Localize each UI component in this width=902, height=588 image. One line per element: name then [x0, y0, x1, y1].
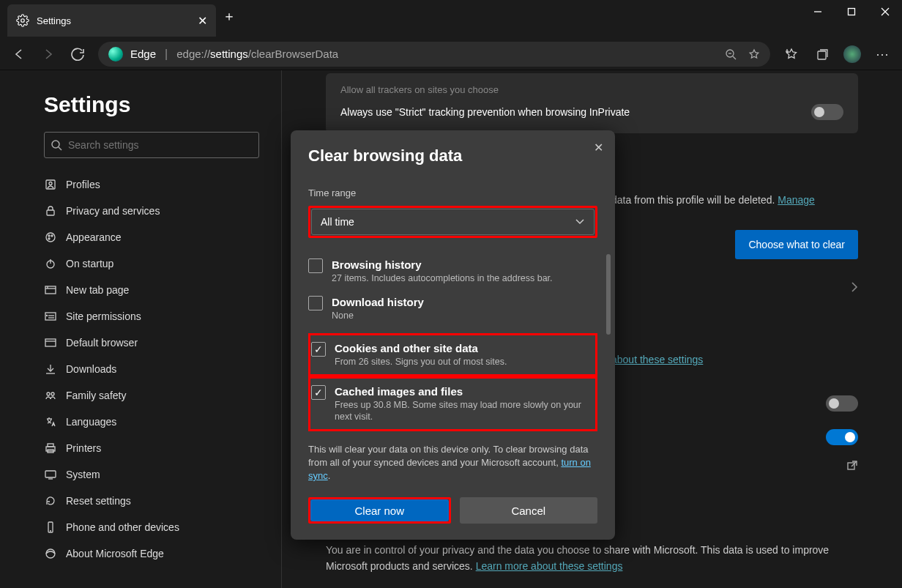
sidebar-item-label: On startup: [66, 258, 113, 269]
svg-rect-10: [818, 51, 826, 59]
clear-option: Cached images and filesFrees up 30.8 MB.…: [311, 379, 592, 428]
search-field[interactable]: [68, 139, 253, 151]
sidebar-item-new-tab-page[interactable]: New tab page: [44, 277, 259, 303]
choose-what-to-clear-button[interactable]: Choose what to clear: [735, 230, 858, 259]
favorites-button[interactable]: [776, 48, 807, 61]
sidebar-item-privacy-and-services[interactable]: Privacy and services: [44, 198, 259, 224]
lock-icon: [44, 204, 66, 217]
sidebar-item-about-microsoft-edge[interactable]: About Microsoft Edge: [44, 540, 259, 567]
svg-point-16: [46, 233, 55, 242]
sidebar-item-reset-settings[interactable]: Reset settings: [44, 488, 259, 514]
newtab-icon: [44, 283, 66, 297]
sidebar-item-label: Downloads: [66, 363, 116, 375]
checkbox[interactable]: [308, 258, 323, 273]
sidebar-item-label: New tab page: [66, 284, 129, 296]
zoom-icon[interactable]: [719, 48, 742, 60]
manage-link[interactable]: Manage: [778, 194, 815, 206]
refresh-button[interactable]: [63, 40, 92, 69]
svg-point-19: [48, 238, 50, 239]
sidebar-item-printers[interactable]: Printers: [44, 435, 259, 461]
highlight-box: All time: [308, 206, 597, 238]
svg-point-14: [49, 182, 52, 185]
about-settings-link[interactable]: about these settings: [611, 354, 703, 365]
sidebar-item-label: Default browser: [66, 337, 138, 349]
sidebar-item-site-permissions[interactable]: Site permissions: [44, 303, 259, 330]
search-settings-input[interactable]: [44, 132, 259, 158]
window-close-button[interactable]: [868, 0, 902, 23]
tracker-subtext: Allow all trackers on sites you choose: [340, 84, 499, 95]
clear-now-button[interactable]: Clear now: [310, 499, 449, 521]
clear-browsing-data-dialog: ✕ Clear browsing data Time range All tim…: [291, 130, 615, 540]
svg-point-32: [47, 392, 50, 395]
setting-toggle-off[interactable]: [826, 395, 858, 412]
svg-rect-2: [849, 9, 855, 15]
power-icon: [44, 257, 66, 270]
reset-icon: [44, 494, 66, 507]
sidebar-item-on-startup[interactable]: On startup: [44, 250, 259, 277]
svg-line-6: [733, 56, 736, 59]
family-icon: [44, 389, 66, 402]
clear-option: Download historyNone: [308, 290, 597, 327]
dialog-scrollbar[interactable]: [606, 254, 611, 335]
time-range-label: Time range: [308, 187, 597, 198]
option-title: Cookies and other site data: [335, 342, 507, 354]
clear-option: Browsing history27 items. Includes autoc…: [308, 253, 597, 290]
checkbox[interactable]: [308, 296, 323, 310]
sidebar-item-downloads[interactable]: Downloads: [44, 356, 259, 382]
option-subtext: 27 items. Includes autocompletions in th…: [332, 272, 553, 284]
strict-toggle[interactable]: [811, 104, 843, 120]
svg-rect-22: [45, 286, 56, 294]
clear-option: Cookies and other site dataFrom 26 sites…: [311, 336, 592, 373]
help-learn-more-link[interactable]: Learn more about these settings: [476, 560, 623, 572]
time-range-value: All time: [321, 216, 354, 228]
chevron-down-icon: [575, 218, 585, 226]
collections-button[interactable]: [807, 48, 838, 61]
edge-icon: [108, 47, 123, 62]
dialog-close-icon[interactable]: ✕: [594, 141, 603, 155]
setting-toggle-on[interactable]: [826, 429, 858, 445]
back-button[interactable]: [4, 40, 34, 69]
dialog-note: This will clear your data on this device…: [308, 444, 588, 468]
profile-avatar[interactable]: [843, 45, 861, 63]
sidebar-item-label: Printers: [66, 442, 101, 454]
checkbox[interactable]: [311, 342, 326, 357]
option-title: Cached images and files: [335, 385, 592, 398]
sidebar-item-languages[interactable]: Languages: [44, 409, 259, 435]
favorite-icon[interactable]: [742, 48, 766, 60]
sidebar-item-profiles[interactable]: Profiles: [44, 171, 259, 198]
highlight-box: Cookies and other site dataFrom 26 sites…: [308, 333, 597, 376]
external-link-icon[interactable]: [846, 460, 858, 472]
close-tab-icon[interactable]: ✕: [198, 14, 207, 28]
site-icon: [44, 310, 66, 323]
svg-point-0: [21, 19, 25, 23]
window-minimize-button[interactable]: [801, 0, 835, 23]
more-button[interactable]: ⋯: [867, 46, 898, 62]
cancel-button[interactable]: Cancel: [460, 497, 598, 524]
sidebar-item-label: System: [66, 469, 100, 480]
option-title: Browsing history: [332, 258, 553, 271]
address-bar[interactable]: Edge | edge://settings/clearBrowserData: [98, 42, 770, 67]
url-path: edge://settings/clearBrowserData: [176, 48, 338, 60]
palette-icon: [44, 231, 66, 244]
forward-button[interactable]: [34, 40, 63, 69]
sidebar-item-phone-and-other-devices[interactable]: Phone and other devices: [44, 514, 259, 540]
chevron-right-icon[interactable]: [851, 281, 858, 293]
phone-icon: [44, 521, 66, 534]
sidebar-item-label: Site permissions: [66, 310, 141, 322]
window-maximize-button[interactable]: [835, 0, 868, 23]
sidebar-item-label: Privacy and services: [66, 205, 160, 217]
option-subtext: None: [332, 310, 424, 321]
svg-rect-15: [47, 210, 54, 215]
new-tab-button[interactable]: ＋: [216, 7, 242, 25]
highlight-box: Clear now: [308, 497, 451, 524]
lang-icon: [44, 415, 66, 428]
sidebar-item-label: Family safety: [66, 390, 126, 401]
sidebar-item-default-browser[interactable]: Default browser: [44, 330, 259, 356]
svg-rect-29: [45, 339, 56, 346]
checkbox[interactable]: [311, 385, 326, 400]
sidebar-item-appearance[interactable]: Appearance: [44, 224, 259, 250]
browser-tab[interactable]: Settings ✕: [7, 4, 216, 37]
sidebar-item-family-safety[interactable]: Family safety: [44, 382, 259, 409]
sidebar-item-system[interactable]: System: [44, 461, 259, 488]
time-range-select[interactable]: All time: [311, 209, 594, 235]
